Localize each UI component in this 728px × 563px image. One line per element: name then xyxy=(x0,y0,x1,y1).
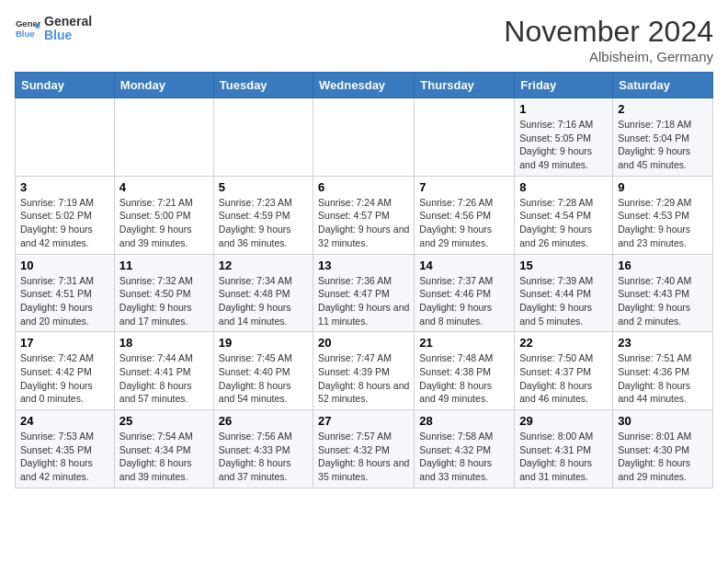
week-row-1: 1Sunrise: 7:16 AMSunset: 5:05 PMDaylight… xyxy=(16,98,713,177)
day-info: Sunrise: 7:50 AMSunset: 4:37 PMDaylight:… xyxy=(519,351,608,406)
day-info: Sunrise: 7:28 AMSunset: 4:54 PMDaylight:… xyxy=(519,196,608,250)
day-info: Sunrise: 7:53 AMSunset: 4:35 PMDaylight:… xyxy=(20,430,109,484)
day-cell: 8Sunrise: 7:28 AMSunset: 4:54 PMDaylight… xyxy=(515,176,613,254)
day-number: 14 xyxy=(419,259,509,272)
day-number: 22 xyxy=(519,336,608,350)
day-info: Sunrise: 7:32 AMSunset: 4:50 PMDaylight:… xyxy=(119,274,209,328)
day-number: 26 xyxy=(219,414,308,428)
logo-general: General xyxy=(44,15,92,29)
logo: General Blue General Blue xyxy=(15,15,92,43)
day-info: Sunrise: 7:58 AMSunset: 4:32 PMDaylight:… xyxy=(419,430,509,484)
day-cell xyxy=(16,98,115,177)
day-cell: 17Sunrise: 7:42 AMSunset: 4:42 PMDayligh… xyxy=(16,332,115,410)
day-info: Sunrise: 7:37 AMSunset: 4:46 PMDaylight:… xyxy=(419,274,509,328)
weekday-friday: Friday xyxy=(515,73,613,98)
day-number: 1 xyxy=(519,102,608,116)
day-number: 27 xyxy=(318,414,409,428)
calendar-table: SundayMondayTuesdayWednesdayThursdayFrid… xyxy=(15,72,713,488)
day-number: 9 xyxy=(618,180,708,194)
page-header: General Blue General Blue November 2024 … xyxy=(15,15,713,64)
day-cell: 3Sunrise: 7:19 AMSunset: 5:02 PMDaylight… xyxy=(16,176,115,254)
day-info: Sunrise: 7:57 AMSunset: 4:32 PMDaylight:… xyxy=(318,430,409,484)
day-number: 4 xyxy=(119,180,209,194)
day-cell: 21Sunrise: 7:48 AMSunset: 4:38 PMDayligh… xyxy=(415,332,515,410)
day-info: Sunrise: 7:48 AMSunset: 4:38 PMDaylight:… xyxy=(419,351,509,406)
day-info: Sunrise: 7:51 AMSunset: 4:36 PMDaylight:… xyxy=(618,351,708,406)
day-info: Sunrise: 8:01 AMSunset: 4:30 PMDaylight:… xyxy=(618,430,708,484)
day-cell: 27Sunrise: 7:57 AMSunset: 4:32 PMDayligh… xyxy=(313,410,415,488)
day-number: 2 xyxy=(618,102,708,116)
day-info: Sunrise: 7:18 AMSunset: 5:04 PMDaylight:… xyxy=(618,118,708,172)
location: Albisheim, Germany xyxy=(504,49,713,64)
svg-text:Blue: Blue xyxy=(16,29,35,39)
day-cell: 14Sunrise: 7:37 AMSunset: 4:46 PMDayligh… xyxy=(415,254,515,332)
day-cell: 15Sunrise: 7:39 AMSunset: 4:44 PMDayligh… xyxy=(515,254,613,332)
day-cell xyxy=(313,98,415,177)
day-cell: 12Sunrise: 7:34 AMSunset: 4:48 PMDayligh… xyxy=(213,254,313,332)
day-number: 20 xyxy=(318,336,409,350)
calendar-body: 1Sunrise: 7:16 AMSunset: 5:05 PMDaylight… xyxy=(16,98,713,488)
day-info: Sunrise: 7:19 AMSunset: 5:02 PMDaylight:… xyxy=(20,196,109,250)
day-info: Sunrise: 7:24 AMSunset: 4:57 PMDaylight:… xyxy=(318,196,409,250)
weekday-wednesday: Wednesday xyxy=(313,73,415,98)
day-cell: 23Sunrise: 7:51 AMSunset: 4:36 PMDayligh… xyxy=(613,332,713,410)
weekday-thursday: Thursday xyxy=(415,73,515,98)
day-number: 23 xyxy=(618,336,708,350)
day-number: 21 xyxy=(419,336,509,350)
day-number: 11 xyxy=(119,259,209,272)
day-number: 25 xyxy=(119,414,209,428)
day-info: Sunrise: 7:56 AMSunset: 4:33 PMDaylight:… xyxy=(219,430,308,484)
week-row-5: 24Sunrise: 7:53 AMSunset: 4:35 PMDayligh… xyxy=(16,410,713,488)
day-cell: 28Sunrise: 7:58 AMSunset: 4:32 PMDayligh… xyxy=(415,410,515,488)
week-row-2: 3Sunrise: 7:19 AMSunset: 5:02 PMDaylight… xyxy=(16,176,713,254)
day-number: 6 xyxy=(318,180,409,194)
day-cell xyxy=(114,98,213,177)
logo-icon: General Blue xyxy=(15,16,40,41)
day-cell xyxy=(415,98,515,177)
day-number: 24 xyxy=(20,414,109,428)
day-info: Sunrise: 7:26 AMSunset: 4:56 PMDaylight:… xyxy=(419,196,509,250)
day-cell xyxy=(213,98,313,177)
weekday-tuesday: Tuesday xyxy=(213,73,313,98)
day-cell: 30Sunrise: 8:01 AMSunset: 4:30 PMDayligh… xyxy=(613,410,713,488)
day-number: 29 xyxy=(519,414,608,428)
weekday-header-row: SundayMondayTuesdayWednesdayThursdayFrid… xyxy=(16,73,713,98)
logo-blue: Blue xyxy=(44,29,92,42)
day-number: 16 xyxy=(618,259,708,272)
week-row-3: 10Sunrise: 7:31 AMSunset: 4:51 PMDayligh… xyxy=(16,254,713,332)
day-cell: 24Sunrise: 7:53 AMSunset: 4:35 PMDayligh… xyxy=(16,410,115,488)
day-number: 10 xyxy=(20,259,109,272)
day-info: Sunrise: 7:40 AMSunset: 4:43 PMDaylight:… xyxy=(618,274,708,328)
day-cell: 11Sunrise: 7:32 AMSunset: 4:50 PMDayligh… xyxy=(114,254,213,332)
day-number: 7 xyxy=(419,180,509,194)
day-cell: 5Sunrise: 7:23 AMSunset: 4:59 PMDaylight… xyxy=(213,176,313,254)
day-info: Sunrise: 7:47 AMSunset: 4:39 PMDaylight:… xyxy=(318,351,409,406)
day-cell: 16Sunrise: 7:40 AMSunset: 4:43 PMDayligh… xyxy=(613,254,713,332)
day-number: 12 xyxy=(219,259,308,272)
day-info: Sunrise: 7:36 AMSunset: 4:47 PMDaylight:… xyxy=(318,274,409,328)
title-block: November 2024 Albisheim, Germany xyxy=(504,15,713,64)
day-number: 15 xyxy=(519,259,608,272)
day-info: Sunrise: 7:31 AMSunset: 4:51 PMDaylight:… xyxy=(20,274,109,328)
day-cell: 2Sunrise: 7:18 AMSunset: 5:04 PMDaylight… xyxy=(613,98,713,177)
day-cell: 18Sunrise: 7:44 AMSunset: 4:41 PMDayligh… xyxy=(114,332,213,410)
day-cell: 1Sunrise: 7:16 AMSunset: 5:05 PMDaylight… xyxy=(515,98,613,177)
day-number: 30 xyxy=(618,414,708,428)
day-cell: 22Sunrise: 7:50 AMSunset: 4:37 PMDayligh… xyxy=(515,332,613,410)
day-info: Sunrise: 7:21 AMSunset: 5:00 PMDaylight:… xyxy=(119,196,209,250)
weekday-monday: Monday xyxy=(114,73,213,98)
weekday-saturday: Saturday xyxy=(613,73,713,98)
day-info: Sunrise: 8:00 AMSunset: 4:31 PMDaylight:… xyxy=(519,430,608,484)
day-number: 17 xyxy=(20,336,109,350)
day-cell: 19Sunrise: 7:45 AMSunset: 4:40 PMDayligh… xyxy=(213,332,313,410)
month-title: November 2024 xyxy=(504,15,713,49)
day-number: 19 xyxy=(219,336,308,350)
day-info: Sunrise: 7:54 AMSunset: 4:34 PMDaylight:… xyxy=(119,430,209,484)
day-info: Sunrise: 7:29 AMSunset: 4:53 PMDaylight:… xyxy=(618,196,708,250)
day-number: 28 xyxy=(419,414,509,428)
day-info: Sunrise: 7:34 AMSunset: 4:48 PMDaylight:… xyxy=(219,274,308,328)
day-cell: 6Sunrise: 7:24 AMSunset: 4:57 PMDaylight… xyxy=(313,176,415,254)
day-info: Sunrise: 7:16 AMSunset: 5:05 PMDaylight:… xyxy=(519,118,608,172)
day-number: 3 xyxy=(20,180,109,194)
day-info: Sunrise: 7:44 AMSunset: 4:41 PMDaylight:… xyxy=(119,351,209,406)
